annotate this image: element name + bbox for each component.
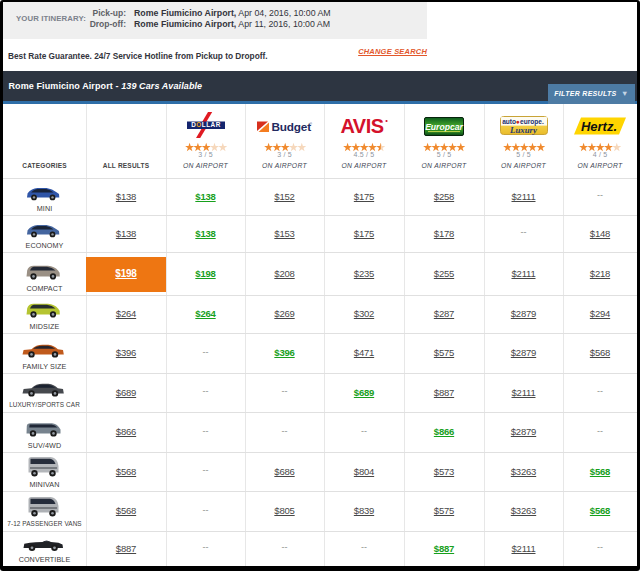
svg-text:AVIS: AVIS — [340, 117, 383, 135]
svg-text:DOLLAR: DOLLAR — [191, 121, 221, 128]
svg-text:Hertz.: Hertz. — [581, 119, 617, 134]
svg-text:®: ® — [309, 122, 312, 126]
svg-text:Budget: Budget — [271, 120, 311, 133]
svg-text:Europcar: Europcar — [425, 122, 463, 132]
svg-text:Luxury: Luxury — [509, 125, 537, 135]
